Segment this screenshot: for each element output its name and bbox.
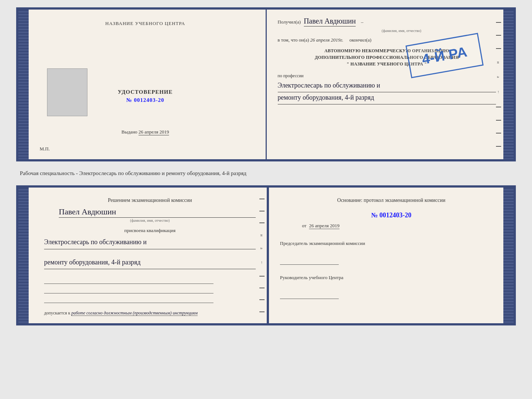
left-page: НАЗВАНИЕ УЧЕБНОГО ЦЕНТРА УДОСТОВЕРЕНИЕ №…: [29, 10, 267, 159]
spine-right: [503, 10, 514, 159]
okonchil-label: окончил(а): [349, 37, 371, 43]
cert-title: УДОСТОВЕРЕНИЕ: [118, 89, 173, 95]
deco-dash-3: [496, 48, 501, 49]
issued-date: 26 апреля 2019: [139, 129, 169, 135]
sign-line-2: [44, 286, 213, 293]
right-deco-bottom-left: и а ←: [259, 188, 267, 323]
bottom-right-doc: Основание: протокол экзаменационной коми…: [268, 185, 516, 325]
deco-char-a: а: [496, 76, 501, 78]
bottom-left-doc: Решением экзаменационной комиссии Павел …: [16, 185, 268, 325]
dopusk-text: работе согласно должностным (производств…: [71, 310, 198, 316]
chairman-label: Председатель экзаменационной комиссии: [280, 240, 503, 247]
right-page: Получил(а) Павел Авдюшин – (фамилия, имя…: [267, 10, 504, 159]
deco-dash-4: [496, 107, 501, 107]
commission-title: Решением экзаменационной комиссии: [44, 196, 256, 204]
po-professii: по профессии: [278, 73, 496, 79]
chairman-sign-line: [280, 258, 339, 265]
deco-dash-2: [496, 35, 501, 36]
top-document: НАЗВАНИЕ УЧЕБНОГО ЦЕНТРА УДОСТОВЕРЕНИЕ №…: [16, 7, 516, 161]
prisvoena-label: присвоена квалификация: [44, 228, 256, 234]
vtom-label: в том, что он(а): [278, 37, 309, 43]
right-deco-col: и а ←: [495, 10, 503, 159]
spine-bottom-left: [18, 188, 29, 323]
ot-line: от 26 апреля 2019: [302, 223, 503, 229]
chairman-block: Председатель экзаменационной комиссии: [280, 240, 503, 267]
deco-dash-6: [496, 133, 501, 133]
bottom-documents: Решением экзаменационной комиссии Павел …: [16, 185, 516, 325]
fio-small-bottom: (фамилия, имя, отчество): [44, 218, 256, 222]
qualification-line2: ремонту оборудования, 4-й разряд: [44, 257, 256, 270]
ot-label: от: [302, 223, 306, 228]
deco-dash-bl-2: [259, 211, 265, 211]
deco-char-bl-arrow: ←: [260, 261, 264, 265]
deco-dash-7: [496, 146, 501, 147]
spine-left: [18, 10, 29, 159]
profession-line1: Электрослесарь по обслуживанию и: [278, 80, 496, 92]
rukov-block: Руководитель учебного Центра: [280, 274, 503, 301]
deco-dash-bl-7: [259, 311, 265, 312]
deco-char-i: и: [496, 61, 501, 64]
deco-dash-bl-4: [259, 276, 265, 277]
issued-label: Выдано: [122, 129, 137, 135]
deco-dash-bl-1: [259, 199, 265, 199]
deco-char-bl-i: и: [260, 234, 264, 236]
dopusk-prefix: допускается к: [44, 310, 70, 316]
rukov-label: Руководитель учебного Центра: [280, 274, 503, 281]
sign-line-3: [44, 296, 213, 303]
person-name-bottom: Павел Авдюшин: [59, 207, 256, 218]
profession-line2: ремонту оборудования, 4-й разряд: [278, 92, 496, 104]
cert-number: № 0012403-20: [118, 97, 173, 103]
protocol-number: № 0012403-20: [280, 211, 503, 219]
rukov-sign-line: [280, 292, 339, 299]
photo-placeholder: [47, 68, 87, 116]
stamp-number: 4-й pa: [421, 44, 468, 66]
issued-line: Выдано 26 апреля 2019: [122, 129, 169, 135]
deco-dash-bl-5: [259, 288, 265, 288]
deco-char-arrow: ←: [496, 90, 501, 94]
cert-title-block: УДОСТОВЕРЕНИЕ № 0012403-20: [118, 89, 173, 103]
vtom-date: 26 апреля 2019г.: [310, 37, 343, 43]
fio-label-top: (фамилия, имя, отчество): [307, 29, 496, 33]
received-label: Получил(а): [278, 19, 301, 25]
received-line: Получил(а) Павел Авдюшин –: [278, 17, 496, 26]
deco-dash-bl-6: [259, 299, 265, 300]
sign-line-1: [44, 277, 213, 284]
deco-dash-5: [496, 120, 501, 121]
deco-char-bl-a: а: [260, 247, 264, 249]
spine-bottom-right: [503, 188, 514, 323]
osnov-title: Основание: протокол экзаменационной коми…: [280, 196, 503, 204]
org-name-top: НАЗВАНИЕ УЧЕБНОГО ЦЕНТРА: [105, 21, 185, 26]
ot-date: 26 апреля 2019: [309, 223, 339, 229]
deco-dash-bl-3: [259, 222, 265, 223]
mp-label: М.П.: [40, 146, 50, 152]
qualification-line1: Электрослесарь по обслуживанию и: [44, 236, 256, 249]
dopusk-line: допускается к работе согласно должностны…: [44, 310, 256, 316]
middle-text: Рабочая специальность - Электрослесарь п…: [16, 168, 516, 179]
sign-lines: [44, 277, 256, 303]
deco-dash-1: [496, 22, 501, 23]
received-name: Павел Авдюшин: [304, 17, 356, 26]
